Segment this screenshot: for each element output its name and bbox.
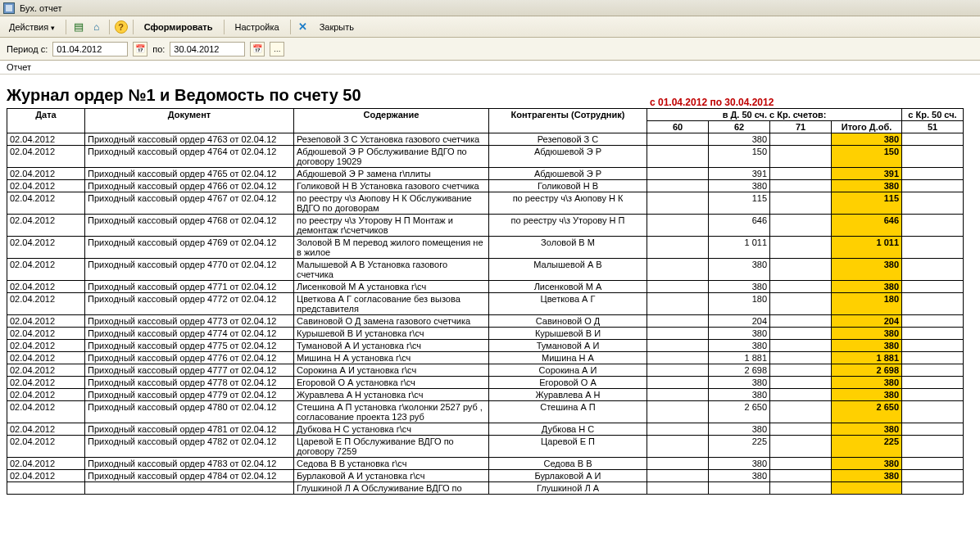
cell-60 [647,328,709,340]
cell-contr: Царевой Е П [489,436,647,458]
cell-total: 380 [832,180,902,192]
cell-date: 02.04.2012 [7,192,85,215]
cell-71 [770,293,832,315]
cell-doc: Приходный кассовый ордер 4770 от 02.04.1… [85,259,294,281]
help-icon[interactable]: ? [115,20,128,34]
cell-60 [647,192,709,215]
table-row[interactable]: 02.04.2012Приходный кассовый ордер 4782 … [7,436,964,458]
cell-62 [709,482,770,495]
table-row[interactable]: 02.04.2012Приходный кассовый ордер 4772 … [7,293,964,315]
table-row[interactable]: Глушкиной Л А Обслуживание ВДГО поГлушки… [7,482,964,495]
col-desc: Содержание [294,109,489,133]
cell-total: 1 011 [832,237,902,259]
cell-62: 380 [709,281,770,293]
cell-doc: Приходный кассовый ордер 4773 от 02.04.1… [85,315,294,328]
table-row[interactable]: 02.04.2012Приходный кассовый ордер 4780 … [7,401,964,423]
table-row[interactable]: 02.04.2012Приходный кассовый ордер 4764 … [7,146,964,168]
period-picker-button[interactable]: … [270,42,284,57]
titlebar: Бух. отчет [0,0,980,16]
actions-menu[interactable]: Действия [3,20,61,34]
cell-doc: Приходный кассовый ордер 4777 от 02.04.1… [85,364,294,377]
table-row[interactable]: 02.04.2012Приходный кассовый ордер 4769 … [7,237,964,259]
calendar-from-icon[interactable]: 📅 [133,42,147,57]
col-71: 71 [770,121,832,133]
table-row[interactable]: 02.04.2012Приходный кассовый ордер 4768 … [7,215,964,237]
settings-button[interactable]: Настройка [229,20,285,34]
cell-71 [770,281,832,293]
close-button[interactable]: Закрыть [314,20,360,34]
cell-total: 380 [832,423,902,436]
calendar-to-icon[interactable]: 📅 [250,42,265,57]
cell-desc: Мишина Н А установка г\сч [294,352,489,364]
table-row[interactable]: 02.04.2012Приходный кассовый ордер 4784 … [7,470,964,482]
cell-desc: Тумановой А И установка г\сч [294,340,489,352]
cell-desc: Бурлаковой А И установка г\сч [294,470,489,482]
report-area: Журнал ордер №1 и Ведомость по счету 50 … [0,75,980,500]
cell-total: 380 [832,470,902,482]
table-row[interactable]: 02.04.2012Приходный кассовый ордер 4774 … [7,328,964,340]
cell-51 [902,192,964,215]
cell-contr: Седова В В [489,458,647,470]
cell-71 [770,423,832,436]
table-row[interactable]: 02.04.2012Приходный кассовый ордер 4776 … [7,352,964,364]
cell-51 [902,436,964,458]
table-row[interactable]: 02.04.2012Приходный кассовый ордер 4767 … [7,192,964,215]
table-row[interactable]: 02.04.2012Приходный кассовый ордер 4771 … [7,281,964,293]
cell-contr: Абдюшевой Э Р [489,146,647,168]
cell-60 [647,436,709,458]
cell-51 [902,328,964,340]
period-to-input[interactable] [170,42,245,57]
cell-71 [770,315,832,328]
table-row[interactable]: 02.04.2012Приходный кассовый ордер 4775 … [7,340,964,352]
cell-62: 380 [709,470,770,482]
cell-51 [902,133,964,146]
table-row[interactable]: 02.04.2012Приходный кассовый ордер 4783 … [7,458,964,470]
cell-60 [647,315,709,328]
table-row[interactable]: 02.04.2012Приходный кассовый ордер 4765 … [7,168,964,180]
cell-60 [647,389,709,401]
home-icon[interactable]: ⌂ [89,20,104,34]
cell-total: 391 [832,168,902,180]
cell-62: 150 [709,146,770,168]
cell-contr: Стешина А П [489,401,647,423]
cell-desc: Голиковой Н В Установка газового счетчик… [294,180,489,192]
period-from-input[interactable] [52,42,128,57]
cell-total: 380 [832,133,902,146]
group-debit: в Д. 50 сч. с Кр. счетов: [647,109,902,121]
cell-contr: Сорокина А И [489,364,647,377]
cell-doc: Приходный кассовый ордер 4771 от 02.04.1… [85,281,294,293]
cell-doc: Приходный кассовый ордер 4775 от 02.04.1… [85,340,294,352]
cell-doc [85,482,294,495]
cell-60 [647,401,709,423]
table-row[interactable]: 02.04.2012Приходный кассовый ордер 4766 … [7,180,964,192]
cell-date: 02.04.2012 [7,168,85,180]
cell-51 [902,389,964,401]
cell-doc: Приходный кассовый ордер 4776 от 02.04.1… [85,352,294,364]
table-row[interactable]: 02.04.2012Приходный кассовый ордер 4770 … [7,259,964,281]
table-row[interactable]: 02.04.2012Приходный кассовый ордер 4778 … [7,377,964,389]
table-row[interactable]: 02.04.2012Приходный кассовый ордер 4779 … [7,389,964,401]
table-row[interactable]: 02.04.2012Приходный кассовый ордер 4781 … [7,423,964,436]
cell-62: 646 [709,215,770,237]
cell-date: 02.04.2012 [7,389,85,401]
cell-doc: Приходный кассовый ордер 4766 от 02.04.1… [85,180,294,192]
window-title: Бух. отчет [20,3,62,13]
cell-total: 380 [832,281,902,293]
cell-51 [902,470,964,482]
cell-date: 02.04.2012 [7,281,85,293]
table-row[interactable]: 02.04.2012Приходный кассовый ордер 4773 … [7,315,964,328]
report-title: Журнал ордер №1 и Ведомость по счету 50 [7,86,650,105]
close-icon[interactable]: ✕ [296,20,311,34]
table-row[interactable]: 02.04.2012Приходный кассовый ордер 4777 … [7,364,964,377]
open-icon[interactable]: ▤ [71,20,86,34]
cell-contr: Бурлаковой А И [489,470,647,482]
cell-71 [770,436,832,458]
cell-desc: Журавлева А Н установка г\сч [294,389,489,401]
cell-contr: Малышевой А В [489,259,647,281]
table-row[interactable]: 02.04.2012Приходный кассовый ордер 4763 … [7,133,964,146]
cell-desc: Абдюшевой Э Р Обслуживание ВДГО по догов… [294,146,489,168]
cell-total: 380 [832,389,902,401]
form-button[interactable]: Сформировать [138,20,219,34]
cell-desc: Седова В В установка г\сч [294,458,489,470]
cell-62: 391 [709,168,770,180]
